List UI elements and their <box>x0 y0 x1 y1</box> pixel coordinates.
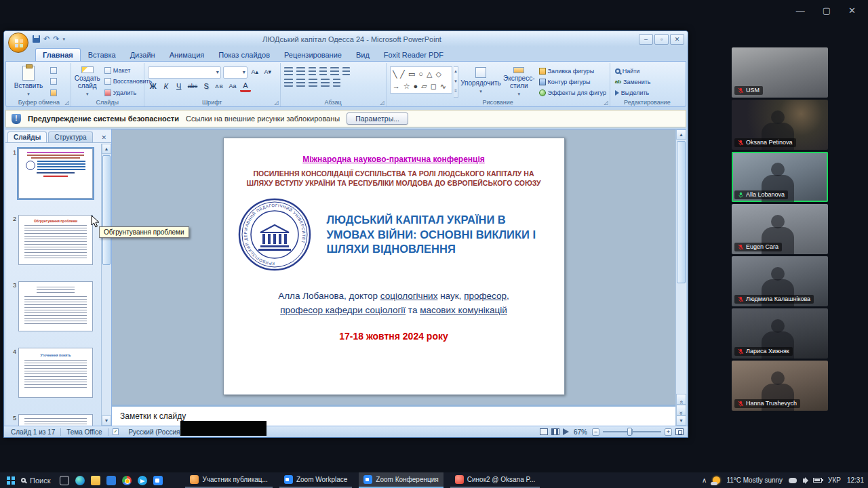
scroll-up-icon[interactable]: ▲ <box>676 129 686 140</box>
task-view-icon[interactable] <box>60 476 69 485</box>
align-right-icon[interactable] <box>309 79 317 87</box>
scroll-down-icon[interactable]: ▼ <box>102 415 111 426</box>
pane-tab-slides[interactable]: Слайды <box>7 131 47 142</box>
edge-icon[interactable] <box>75 476 85 485</box>
tab-home[interactable]: Главная <box>35 48 81 61</box>
tab-view[interactable]: Вид <box>349 49 376 61</box>
find-button[interactable]: Найти <box>614 66 652 75</box>
pane-scrollbar[interactable]: ▲ ▼ <box>101 144 111 426</box>
slide-sorter-icon[interactable] <box>551 428 559 435</box>
start-button-icon[interactable] <box>7 476 10 480</box>
taskbar-app-1[interactable]: Участник публикац... <box>185 472 272 488</box>
grow-font-button[interactable]: A▴ <box>250 67 260 78</box>
normal-view-icon[interactable] <box>540 428 548 435</box>
text-direction-icon[interactable] <box>342 67 350 75</box>
gallery-more-icon[interactable]: ≡ <box>454 87 458 97</box>
quick-styles-button[interactable]: Экспресс-стили <box>503 64 535 98</box>
minimize-icon[interactable]: — <box>796 5 805 16</box>
indent-increase-icon[interactable] <box>319 67 327 75</box>
save-icon[interactable] <box>33 35 40 43</box>
pane-tab-outline[interactable]: Структура <box>48 131 92 142</box>
numbering-icon[interactable] <box>296 67 305 75</box>
office-button[interactable] <box>8 33 28 53</box>
language-switcher[interactable]: УКР <box>828 476 841 484</box>
replace-button[interactable]: abЗаменить <box>614 77 652 86</box>
participant-tile[interactable]: Oksana Petinova <box>732 100 828 150</box>
slide-thumbnail-3[interactable] <box>18 281 93 331</box>
redo-icon[interactable]: ↷ <box>53 35 59 43</box>
line-spacing-icon[interactable] <box>330 67 339 75</box>
tab-animation[interactable]: Анимация <box>163 49 212 61</box>
zoom-slider[interactable] <box>603 431 661 432</box>
fit-to-window-icon[interactable] <box>675 428 684 435</box>
bold-button[interactable]: Ж <box>148 81 159 92</box>
shape-effects-button[interactable]: Эффекты для фигур <box>538 88 608 98</box>
pane-close-icon[interactable]: ✕ <box>98 133 109 142</box>
dialog-launcher-icon[interactable] <box>380 100 384 106</box>
scroll-down-icon[interactable]: ▼ <box>676 415 686 426</box>
italic-button[interactable]: К <box>161 81 172 92</box>
scrollbar-thumb[interactable] <box>102 155 111 265</box>
participant-tile[interactable]: Eugen Cara <box>732 204 828 254</box>
shrink-font-button[interactable]: A▾ <box>262 67 273 78</box>
zoom-out-button[interactable]: − <box>592 428 599 436</box>
shapes-gallery[interactable]: ╲╱▭○△◇ →☆●▱◻∿ <box>390 66 452 94</box>
weather-text[interactable]: 11°C Mostly sunny <box>726 476 783 484</box>
dialog-launcher-icon[interactable] <box>274 100 278 106</box>
scroll-up-icon[interactable]: ▲ <box>454 67 458 77</box>
scroll-up-icon[interactable]: ▲ <box>102 144 111 154</box>
next-slide-button[interactable]: « <box>676 405 686 415</box>
change-case-button[interactable]: Аа <box>227 81 238 92</box>
text-shadow-button[interactable]: S <box>201 81 212 92</box>
align-center-icon[interactable] <box>296 79 305 87</box>
slide-thumbnail-4[interactable]: Уточнення понять <box>18 348 93 398</box>
tab-insert[interactable]: Вставка <box>81 49 123 61</box>
zoom-app-icon[interactable] <box>153 476 163 485</box>
taskbar-app-2[interactable]: Zoom Workplace <box>279 472 352 488</box>
previous-slide-button[interactable]: « <box>676 394 686 405</box>
taskbar-app-4[interactable]: Синок2 @ Oksana P... <box>450 472 540 488</box>
clock[interactable]: 12:31 <box>847 476 864 484</box>
ppt-close-icon[interactable]: ✕ <box>670 34 684 45</box>
zoom-in-button[interactable]: + <box>665 428 672 436</box>
slide-thumbnail-1[interactable] <box>18 148 93 199</box>
font-family-combo[interactable] <box>148 66 221 79</box>
tab-review[interactable]: Рецензирование <box>277 49 349 61</box>
slideshow-icon[interactable] <box>563 428 569 435</box>
underline-button[interactable]: Ч <box>174 81 184 92</box>
hidden-icons-chevron[interactable]: ∧ <box>702 476 707 484</box>
font-size-combo[interactable] <box>223 66 248 79</box>
justify-icon[interactable] <box>321 79 330 87</box>
bullets-icon[interactable] <box>284 67 293 75</box>
undo-icon[interactable]: ↶ <box>43 35 50 43</box>
taskbar-app-3[interactable]: Zoom Конференция <box>359 472 443 488</box>
options-button[interactable]: Параметры... <box>347 113 408 125</box>
zoom-slider-thumb[interactable] <box>627 428 632 436</box>
shape-outline-button[interactable]: Контур фигуры <box>538 77 608 87</box>
copy-button[interactable] <box>49 77 58 86</box>
indent-decrease-icon[interactable] <box>309 67 316 75</box>
format-painter-button[interactable] <box>49 88 58 98</box>
dialog-launcher-icon[interactable] <box>65 100 69 106</box>
language-indicator[interactable]: Русский (Россия) <box>123 428 187 436</box>
close-icon[interactable]: ✕ <box>848 5 856 16</box>
arrange-button[interactable]: Упорядочить <box>461 64 500 98</box>
strikethrough-button[interactable]: abc <box>186 81 199 92</box>
store-icon[interactable] <box>106 476 116 485</box>
shape-fill-button[interactable]: Заливка фигуры <box>538 66 608 76</box>
slide-canvas[interactable]: Міжнародна науково-практична конференція… <box>223 138 565 395</box>
participant-tile[interactable]: Людмила Калашнікова <box>732 256 828 306</box>
participant-tile-active-speaker[interactable]: Alla Lobanova <box>732 152 828 202</box>
align-left-icon[interactable] <box>284 79 293 87</box>
tab-foxit[interactable]: Foxit Reader PDF <box>377 49 450 61</box>
new-slide-button[interactable]: Создать слайд <box>75 64 100 98</box>
file-explorer-icon[interactable] <box>91 476 100 485</box>
cloud-icon[interactable] <box>789 478 797 483</box>
paste-button[interactable]: Вставить <box>11 64 46 98</box>
cut-button[interactable] <box>49 66 58 75</box>
scrollbar-thumb[interactable] <box>677 141 686 283</box>
spellcheck-icon[interactable]: ✓ <box>113 428 119 435</box>
font-color-button[interactable]: А <box>240 81 251 92</box>
ppt-restore-icon[interactable]: ▫ <box>654 34 669 45</box>
participant-tile[interactable]: USM <box>732 47 828 98</box>
